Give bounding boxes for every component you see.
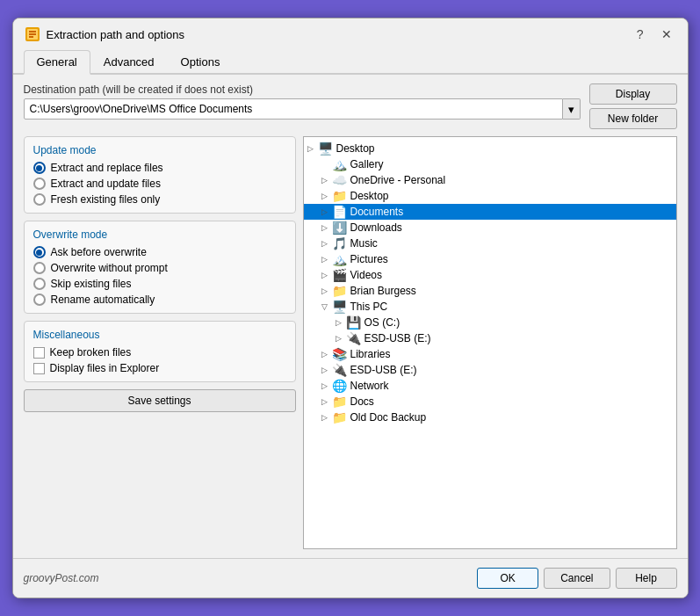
tree-item-label: Libraries (350, 348, 391, 360)
tree-item-label: Music (350, 237, 378, 250)
update-extract-replace[interactable]: Extract and replace files (33, 162, 286, 174)
expander-icon: ▷ (332, 315, 346, 330)
folder-icon: 🖥️ (318, 141, 334, 156)
help-button[interactable]: Help (616, 568, 677, 589)
brand-label: groovyPost.com (24, 572, 99, 584)
svg-rect-4 (29, 36, 33, 38)
tree-scroll-area[interactable]: ▷ 🖥️ Desktop 🏔️ Gallery ▷ ☁️ On (304, 137, 676, 548)
overwrite-skip[interactable]: Skip existing files (33, 278, 286, 290)
tree-item[interactable]: ▷ 📁 Desktop (304, 188, 676, 204)
tree-item[interactable]: ▷ 💾 OS (C:) (304, 315, 676, 330)
tree-item[interactable]: ▷ ☁️ OneDrive - Personal (304, 172, 676, 188)
tree-item[interactable]: ▷ 📚 Libraries (304, 346, 676, 362)
tree-item[interactable]: ▷ 📁 Old Doc Backup (304, 409, 676, 425)
tree-item[interactable]: ▷ 📄 Documents (304, 204, 676, 220)
tree-item[interactable]: ▷ 🎵 Music (304, 236, 676, 251)
update-extract-update[interactable]: Extract and update files (33, 178, 286, 190)
tree-item-label: OS (C:) (364, 316, 401, 329)
radio-skip-existing (33, 278, 46, 290)
expander-icon: ▷ (318, 347, 332, 361)
usb2-icon: 🔌 (332, 363, 348, 377)
tree-item-label: OneDrive - Personal (350, 174, 446, 186)
onedrive-icon: ☁️ (332, 173, 348, 187)
destination-right: Display New folder (589, 83, 677, 129)
pictures-icon: 🏔️ (332, 252, 348, 266)
radio-rename-auto (33, 294, 46, 306)
usb-icon: 🔌 (346, 331, 362, 345)
gallery-icon: 🏔️ (332, 157, 348, 171)
title-bar: Extraction path and options ? ✕ (13, 18, 688, 43)
expander-icon: ▷ (318, 363, 332, 377)
radio-fresh-only (33, 193, 46, 206)
svg-rect-2 (29, 31, 36, 33)
expander-icon: ▷ (318, 221, 332, 235)
help-title-button[interactable]: ? (631, 25, 649, 43)
tab-bar: General Advanced Options (13, 43, 688, 75)
tab-advanced[interactable]: Advanced (90, 50, 168, 73)
new-folder-button[interactable]: New folder (589, 108, 677, 129)
expander-icon: ▷ (318, 173, 332, 187)
expander-icon: ▷ (318, 284, 332, 298)
tree-item[interactable]: ▷ 🖥️ Desktop (304, 141, 676, 156)
update-fresh-only[interactable]: Fresh existing files only (33, 193, 286, 206)
title-bar-controls: ? ✕ (631, 25, 677, 43)
videos-icon: 🎬 (332, 268, 348, 282)
title-bar-left: Extraction path and options (24, 25, 185, 43)
app-icon (24, 25, 41, 43)
overwrite-ask[interactable]: Ask before overwrite (33, 246, 286, 258)
radio-overwrite-no-prompt (33, 262, 46, 274)
dialog-footer: groovyPost.com OK Cancel Help (13, 558, 688, 598)
expander-icon: ▽ (318, 300, 332, 314)
update-mode-section: Update mode Extract and replace files Ex… (24, 136, 296, 214)
file-tree-panel: ▷ 🖥️ Desktop 🏔️ Gallery ▷ ☁️ On (303, 136, 677, 549)
update-mode-title: Update mode (33, 144, 286, 156)
documents-icon: 📄 (332, 205, 348, 219)
tree-item[interactable]: ▽ 🖥️ This PC (304, 299, 676, 315)
expander-icon: ▷ (318, 410, 332, 424)
tree-item-label: Network (350, 380, 389, 392)
footer-buttons: OK Cancel Help (477, 568, 676, 589)
destination-dropdown-button[interactable]: ▾ (563, 98, 581, 120)
tree-item[interactable]: ▷ 🎬 Videos (304, 267, 676, 283)
tree-item[interactable]: ▷ 🔌 ESD-USB (E:) (304, 362, 676, 378)
tree-item-label: This PC (350, 301, 388, 313)
keep-broken-files[interactable]: Keep broken files (33, 346, 286, 359)
update-fresh-only-label: Fresh existing files only (51, 193, 161, 206)
main-area: Update mode Extract and replace files Ex… (24, 136, 677, 549)
tree-item-label: Desktop (350, 190, 389, 202)
tree-item-label: Documents (350, 206, 404, 218)
tree-item[interactable]: ▷ 📁 Brian Burgess (304, 283, 676, 299)
update-extract-replace-label: Extract and replace files (51, 162, 163, 174)
overwrite-skip-label: Skip existing files (51, 278, 132, 290)
overwrite-mode-section: Overwrite mode Ask before overwrite Over… (24, 221, 296, 314)
overwrite-rename[interactable]: Rename automatically (33, 294, 286, 306)
tree-item-label: Downloads (350, 221, 402, 234)
tree-item[interactable]: ▷ 🔌 ESD-USB (E:) (304, 330, 676, 346)
cancel-button[interactable]: Cancel (544, 568, 610, 589)
tree-item-label: Pictures (350, 253, 388, 265)
overwrite-rename-label: Rename automatically (51, 294, 155, 306)
tree-item-label: Videos (350, 269, 382, 281)
display-button[interactable]: Display (589, 83, 677, 105)
tab-options[interactable]: Options (168, 50, 234, 73)
dialog-body: Destination path (will be created if doe… (13, 75, 688, 558)
expander-icon: ▷ (318, 189, 332, 203)
save-settings-button[interactable]: Save settings (24, 389, 296, 412)
display-in-explorer[interactable]: Display files in Explorer (33, 362, 286, 374)
overwrite-without-prompt[interactable]: Overwrite without prompt (33, 262, 286, 274)
tree-item[interactable]: ▷ 📁 Docs (304, 394, 676, 409)
close-title-button[interactable]: ✕ (656, 25, 677, 43)
destination-input[interactable] (24, 98, 563, 120)
left-panel: Update mode Extract and replace files Ex… (24, 136, 296, 549)
network-icon: 🌐 (332, 379, 348, 393)
destination-input-row: ▾ (24, 98, 581, 120)
tab-general[interactable]: General (24, 50, 90, 75)
svg-rect-3 (29, 33, 36, 35)
tree-item[interactable]: ▷ 🌐 Network (304, 378, 676, 394)
tree-item-label: Old Doc Backup (350, 411, 427, 424)
ok-button[interactable]: OK (477, 568, 538, 589)
tree-item[interactable]: 🏔️ Gallery (304, 156, 676, 172)
tree-item[interactable]: ▷ ⬇️ Downloads (304, 220, 676, 236)
tree-item[interactable]: ▷ 🏔️ Pictures (304, 251, 676, 267)
dialog-window: Extraction path and options ? ✕ General … (12, 18, 689, 598)
